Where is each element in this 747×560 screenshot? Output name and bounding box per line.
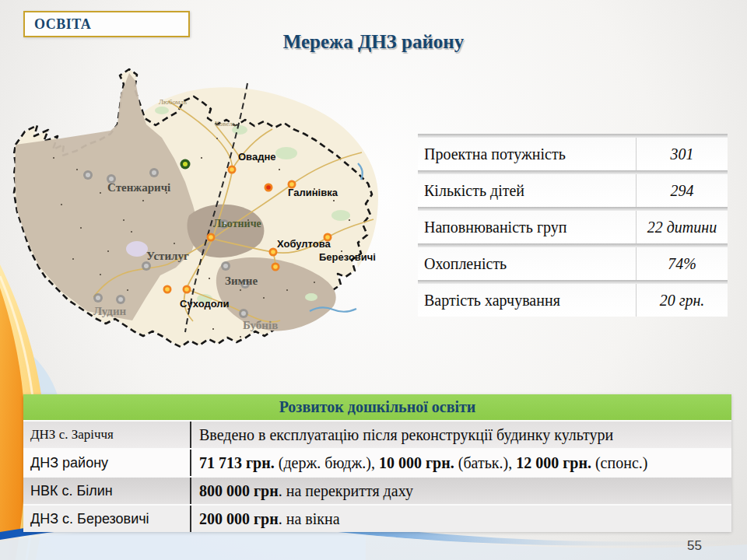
stats-row: Проектна потужність301	[418, 134, 728, 170]
stats-row-content: Охопленість74%	[418, 247, 728, 280]
map-town-label: Бубнів	[243, 319, 278, 331]
development-row-value: 200 000 грн. на вікна	[191, 506, 731, 532]
stats-row-content: Вартість харчування20 грн.	[418, 284, 728, 317]
section-badge-label: ОСВІТА	[34, 16, 91, 33]
development-table-body: ДНЗ с. ЗаріччяВведено в експлуатацію піс…	[23, 420, 731, 532]
orange-marker-icon	[228, 166, 237, 174]
wave-light	[0, 528, 747, 560]
stat-value: 74%	[636, 247, 728, 280]
value-segment: (держ. бюдж.),	[275, 454, 379, 472]
orange-marker-icon	[183, 285, 191, 294]
gray-marker-icon	[116, 295, 125, 304]
stat-label: Кількість дітей	[418, 182, 636, 200]
map-town-label: Устилуг	[146, 250, 189, 262]
stat-value: 294	[636, 174, 728, 207]
stats-table: Проектна потужність301Кількість дітей294…	[418, 134, 728, 317]
map-town-label: Суходоли	[180, 298, 230, 310]
development-row-value: 71 713 грн. (держ. бюдж.), 10 000 грн. (…	[191, 450, 731, 476]
map-town-label: Галинівка	[288, 187, 338, 198]
map-town-label: Льотниче	[213, 218, 261, 229]
gray-marker-icon	[93, 293, 103, 303]
development-row-name: ДНЗ с. Заріччя	[23, 422, 191, 448]
stats-row: Кількість дітей294	[418, 170, 728, 207]
value-segment: 10 000 грн.	[379, 454, 454, 472]
value-segment: 71 713 грн.	[199, 454, 275, 472]
development-row: ДНЗ с. ЗаріччяВведено в експлуатацію піс…	[23, 420, 731, 448]
orange-marker-icon	[207, 233, 216, 242]
red-marker-icon	[265, 184, 273, 192]
map-town-label: Зимне	[225, 275, 258, 287]
map-direction-label: Любомль	[159, 98, 187, 106]
development-row-name: ДНЗ с. Березовичі	[23, 506, 191, 532]
stat-label: Вартість харчування	[418, 292, 636, 310]
development-row: НВК с. Білин800 000 грн. на перекриття д…	[23, 476, 731, 504]
map-town-label: Стенжаричі	[107, 181, 170, 194]
district-map-svg: ОваднеГалинівкаСтенжаричіЛьотничеХобулто…	[6, 64, 395, 361]
gray-marker-icon	[83, 170, 93, 180]
development-row-name: ДНЗ району	[23, 450, 191, 476]
page-number: 55	[687, 538, 702, 554]
stats-row-content: Кількість дітей294	[418, 174, 728, 207]
value-segment: . на перекриття даху	[279, 482, 413, 500]
stat-label: Наповнюваність груп	[418, 219, 636, 236]
map-town-patch	[126, 241, 148, 257]
map-town-label: Березовичі	[319, 251, 376, 263]
development-table-header: Розвиток дошкільної освіти	[23, 394, 731, 420]
stats-row: Вартість харчування20 грн.	[418, 280, 728, 317]
gray-marker-icon	[142, 261, 151, 271]
orange-marker-icon	[269, 248, 278, 257]
gray-marker-icon	[221, 261, 230, 271]
slide: ОСВІТА Мережа ДНЗ району	[0, 0, 747, 560]
map-town-label: Хобултова	[277, 238, 331, 250]
development-table: Розвиток дошкільної освіти ДНЗ с. Зарічч…	[23, 394, 731, 532]
value-segment: 800 000 грн	[199, 482, 279, 500]
development-row: ДНЗ с. Березовичі200 000 грн. на вікна	[23, 504, 731, 532]
stat-value: 20 грн.	[636, 284, 728, 317]
development-row-name: НВК с. Білин	[23, 478, 191, 504]
value-segment: 200 000 грн	[199, 510, 279, 528]
development-row: ДНЗ району71 713 грн. (держ. бюдж.), 10 …	[23, 448, 731, 476]
stat-value: 22 дитини	[636, 211, 728, 243]
stats-row-content: Наповнюваність груп22 дитини	[418, 211, 728, 243]
stat-label: Проектна потужність	[418, 145, 636, 163]
development-row-value: 800 000 грн. на перекриття даху	[191, 478, 731, 504]
stat-value: 301	[636, 138, 728, 170]
value-segment: (батьк.),	[454, 454, 516, 472]
stats-row: Охопленість74%	[418, 243, 728, 280]
value-segment: . на вікна	[279, 510, 340, 528]
orange-marker-icon	[163, 285, 172, 294]
gray-marker-icon	[239, 309, 248, 318]
stats-row: Наповнюваність груп22 дитини	[418, 207, 728, 243]
stat-label: Охопленість	[418, 255, 636, 273]
district-map: ОваднеГалинівкаСтенжаричіЛьотничеХобулто…	[6, 64, 395, 361]
map-town-label: Лудин	[93, 305, 127, 317]
value-segment: Введено в експлуатацію після реконструкц…	[199, 426, 613, 444]
value-segment: (спонс.)	[591, 454, 647, 472]
map-town-label: Овадне	[238, 151, 276, 163]
green-marker-icon	[181, 159, 191, 170]
map-direction-label: Ковель	[215, 120, 236, 128]
orange-marker-icon	[272, 263, 280, 271]
value-segment: 12 000 грн.	[516, 454, 591, 472]
development-row-value: Введено в експлуатацію після реконструкц…	[191, 422, 731, 448]
gray-marker-icon	[149, 168, 159, 177]
stats-row-content: Проектна потужність301	[418, 138, 728, 170]
page-title: Мережа ДНЗ району	[0, 31, 747, 53]
